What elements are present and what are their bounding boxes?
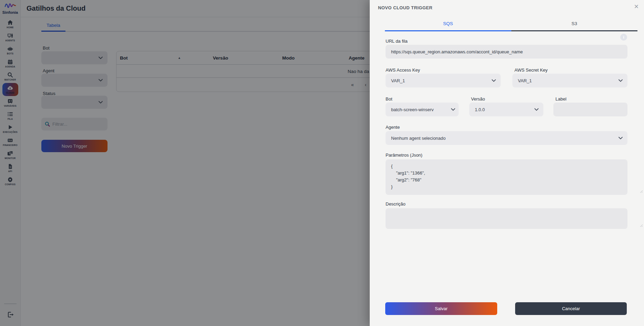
chevron-down-icon	[451, 108, 455, 111]
cancel-button[interactable]: Cancelar	[515, 302, 627, 315]
access-key-label: AWS Access Key	[386, 67, 420, 73]
url-input[interactable]	[386, 45, 627, 59]
secret-key-select[interactable]: VAR_1	[512, 74, 627, 87]
agent-value: Nenhum agent selecionado	[391, 136, 446, 141]
chevron-down-icon	[619, 137, 623, 139]
secret-key-label: AWS Secret Key	[514, 67, 548, 73]
version-select[interactable]: 1.0.0	[469, 103, 543, 116]
label-input[interactable]	[553, 103, 627, 116]
params-textarea[interactable]: { "arg1": "1366", "arg2": "768" }	[386, 159, 627, 195]
url-label: URL da fila	[386, 39, 408, 44]
params-label: Parâmetros (Json)	[386, 153, 422, 158]
modal-tabs: SQS S3	[385, 19, 637, 31]
secret-key-value: VAR_1	[518, 78, 532, 83]
agent-select[interactable]: Nenhum agent selecionado	[386, 131, 627, 145]
chevron-down-icon	[619, 79, 623, 82]
save-button[interactable]: Salvar	[385, 302, 497, 315]
tab-sqs[interactable]: SQS	[385, 19, 511, 31]
tab-s3[interactable]: S3	[511, 19, 638, 31]
modal-backdrop[interactable]	[0, 0, 370, 326]
app-window: Sinfonia HOME AGENTS BOTS AGENDA WATCHER…	[0, 0, 644, 326]
bot-value: batch-screen-winserv	[391, 107, 434, 112]
modal-title: NOVO CLOUD TRIGGER	[378, 5, 432, 10]
resize-handle-icon[interactable]	[640, 224, 643, 227]
info-icon[interactable]: i	[620, 34, 627, 41]
agent-label: Agente	[386, 125, 400, 130]
chevron-down-icon	[492, 79, 496, 82]
version-label: Versão	[471, 96, 485, 102]
chevron-down-icon	[534, 108, 539, 111]
description-label: Descrição	[386, 201, 406, 207]
resize-handle-icon[interactable]	[640, 190, 643, 193]
close-icon[interactable]: ✕	[634, 4, 639, 10]
description-textarea[interactable]	[386, 208, 627, 229]
version-value: 1.0.0	[475, 107, 485, 112]
label-field-label: Label	[555, 96, 566, 102]
bot-label: Bot	[386, 96, 392, 102]
bot-select[interactable]: batch-screen-winserv	[386, 103, 459, 116]
access-key-value: VAR_1	[391, 78, 405, 83]
access-key-select[interactable]: VAR_1	[386, 74, 501, 87]
new-cloud-trigger-modal: NOVO CLOUD TRIGGER ✕ SQS S3 i URL da fil…	[370, 0, 644, 326]
